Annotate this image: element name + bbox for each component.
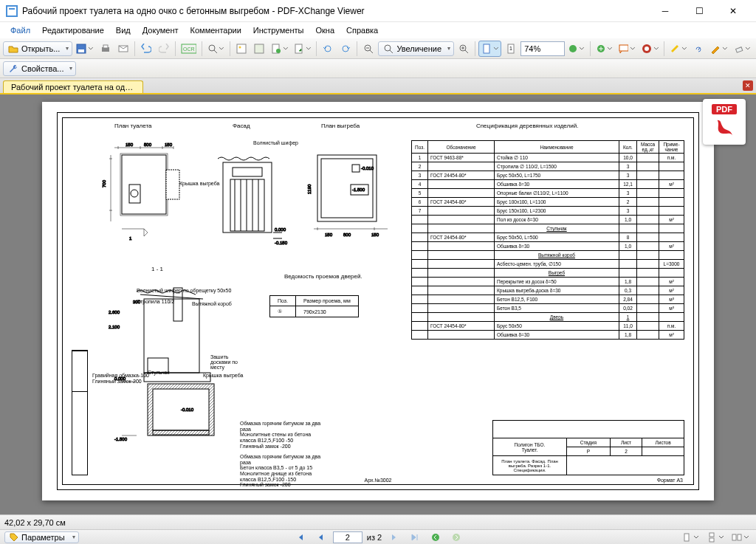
status-bar: 42,02 x 29,70 см [0, 514, 756, 529]
export-img-button[interactable] [233, 41, 250, 57]
single-page-button[interactable] [679, 529, 701, 545]
stamp-icon [642, 44, 652, 54]
export-button[interactable] [292, 41, 313, 57]
svg-rect-75 [684, 534, 689, 541]
next-icon [390, 533, 399, 542]
link-tool-button[interactable] [690, 41, 707, 57]
rotate-ccw-button[interactable] [320, 41, 336, 57]
email-button[interactable] [115, 41, 131, 57]
comment-tool-button[interactable] [616, 41, 638, 57]
svg-rect-13 [255, 44, 264, 53]
zoom-in-icon [458, 44, 469, 54]
ocr-button[interactable]: OCR [179, 41, 199, 57]
last-page-button[interactable] [407, 529, 423, 545]
folder-open-icon [8, 44, 18, 54]
maximize-button[interactable]: ☐ [682, 0, 716, 22]
svg-rect-77 [709, 538, 714, 542]
mail-icon [118, 44, 128, 54]
document-viewport[interactable]: План туалета Фасад План выгреба 1 - 1 Ве… [0, 94, 756, 514]
fit-page-icon [481, 44, 492, 54]
actual-size-button[interactable]: 1 [503, 41, 519, 57]
zoom-out-button[interactable] [360, 41, 377, 57]
last-page-icon [410, 533, 419, 542]
save-icon [76, 44, 86, 54]
continuous-page-button[interactable] [704, 529, 726, 545]
nav-forward-button[interactable] [448, 529, 464, 545]
svg-rect-53 [352, 165, 360, 172]
redo-button[interactable] [156, 41, 172, 57]
adobe-pdf-icon [713, 117, 735, 140]
open-button[interactable]: Открыть... [3, 41, 72, 56]
close-button[interactable]: ✕ [716, 0, 750, 22]
next-page-button[interactable] [386, 529, 402, 545]
nav-back-button[interactable] [427, 529, 444, 545]
menu-tools[interactable]: Инструменты [247, 24, 310, 36]
svg-text:1: 1 [129, 236, 132, 241]
svg-rect-4 [78, 49, 84, 52]
page-number-input[interactable] [333, 531, 362, 543]
door-schedule-table: Поз.Размер проема, мм ①790x2130 [269, 295, 359, 317]
svg-rect-1 [7, 7, 16, 16]
svg-rect-28 [735, 47, 742, 52]
params-button[interactable]: Параметры [4, 531, 79, 543]
specification-table: Поз.ОбозначениеНаименованиеКол.Масса ед.… [411, 140, 684, 340]
menu-windows[interactable]: Окна [309, 24, 340, 36]
navigation-bar: Параметры из 2 [0, 529, 756, 544]
pdf-badge: PDF [703, 99, 746, 145]
undo-icon [141, 44, 151, 54]
document-tab[interactable]: Рабочий проект туалета на одно очко с бе… [3, 80, 143, 93]
fit-page-button[interactable] [478, 41, 501, 57]
minimize-button[interactable]: ─ [648, 0, 682, 22]
zoom-out-icon [363, 44, 374, 54]
undo-button[interactable] [138, 41, 154, 57]
svg-text:1190: 1190 [307, 184, 312, 194]
highlight-button[interactable] [667, 41, 689, 57]
svg-text:500: 500 [144, 142, 152, 147]
spec-title: Спецификация деревянных изделий. [476, 123, 578, 129]
rotate-cw-button[interactable] [337, 41, 354, 57]
wavy-slate-label: Волнистый шифер [253, 140, 298, 145]
search-icon [207, 44, 218, 54]
svg-rect-11 [237, 44, 246, 53]
properties-button[interactable]: Свойства... [3, 61, 76, 76]
svg-text:1: 1 [509, 46, 512, 51]
first-page-button[interactable] [292, 529, 308, 545]
menu-file[interactable]: Файл [4, 24, 36, 36]
svg-text:OCR: OCR [183, 47, 195, 52]
add-bookmark-button[interactable] [594, 41, 614, 57]
pdf-page: План туалета Фасад План выгреба 1 - 1 Ве… [42, 102, 714, 500]
save-button[interactable] [74, 41, 95, 57]
svg-point-10 [209, 45, 215, 51]
svg-rect-30 [120, 154, 168, 216]
menu-edit[interactable]: Редактирование [36, 24, 110, 36]
search-button[interactable] [205, 41, 227, 57]
svg-text:150: 150 [165, 142, 173, 147]
svg-text:-1.500: -1.500 [114, 437, 128, 441]
facing-page-button[interactable] [729, 529, 752, 545]
zoom-dropdown[interactable]: Увеличение [378, 41, 454, 56]
section-title: 1 - 1 [151, 266, 163, 272]
menu-help[interactable]: Справка [340, 24, 384, 36]
menu-view[interactable]: Вид [110, 24, 137, 36]
title-block: Полигон ТБО. Туалет. СтадияЛистЛистов Р2… [492, 420, 684, 475]
menu-document[interactable]: Документ [137, 24, 185, 36]
new-doc-button[interactable] [269, 41, 290, 57]
svg-rect-20 [484, 44, 489, 53]
svg-rect-60 [144, 299, 199, 373]
menu-comments[interactable]: Комментарии [185, 24, 247, 36]
main-toolbar: Открыть... OCR Увеличение 1 [0, 38, 756, 59]
svg-point-18 [385, 45, 391, 51]
print-button[interactable] [97, 41, 114, 57]
pencil-tool-button[interactable] [708, 41, 729, 57]
zoom-apply-button[interactable] [566, 41, 586, 57]
page-count-label: из 2 [367, 533, 382, 542]
prev-page-button[interactable] [312, 529, 329, 545]
zoom-input[interactable] [520, 41, 565, 56]
eraser-tool-button[interactable] [732, 41, 753, 57]
tab-close-button[interactable]: ✕ [743, 80, 753, 91]
svg-point-23 [569, 45, 577, 52]
scan-button[interactable] [251, 41, 267, 57]
stamp-tool-button[interactable] [639, 41, 661, 57]
wrench-icon [8, 63, 18, 74]
zoom-in-button[interactable] [456, 41, 472, 57]
